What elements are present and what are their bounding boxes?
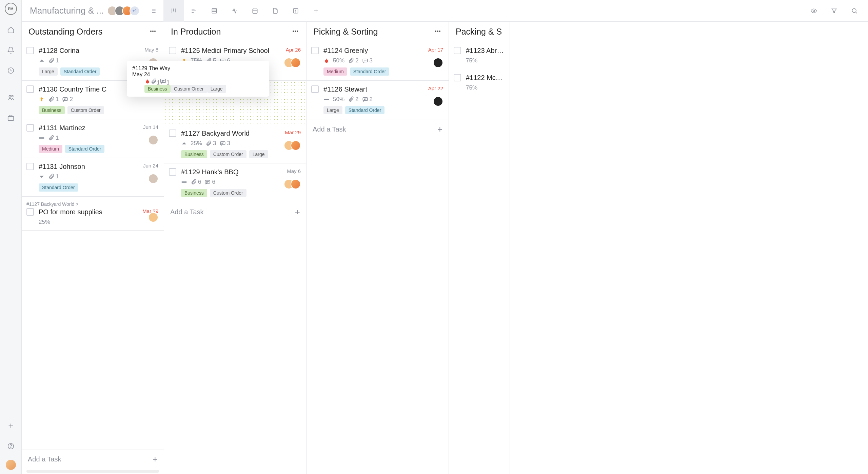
task-tag[interactable]: Large xyxy=(249,150,268,158)
dragging-task-card[interactable]: #1129 The WayMay 2411BusinessCustom Orde… xyxy=(127,61,269,97)
task-tag[interactable]: Standard Order xyxy=(39,183,78,192)
task-card[interactable]: #1126 StewartApr 2250%22LargeStandard Or… xyxy=(307,81,449,119)
assignee-avatars[interactable] xyxy=(152,212,158,222)
gantt-view-icon[interactable] xyxy=(184,0,204,22)
assignee-avatars[interactable] xyxy=(436,58,443,68)
column-menu-icon[interactable] xyxy=(434,27,442,37)
search-icon[interactable] xyxy=(844,0,865,22)
task-checkbox[interactable] xyxy=(311,47,319,54)
bell-icon[interactable] xyxy=(4,43,18,57)
task-tag[interactable]: Custom Order xyxy=(210,150,246,158)
task-title: #1125 Medici Primary School xyxy=(181,47,282,55)
column-menu-icon[interactable] xyxy=(149,27,157,37)
sheet-view-icon[interactable] xyxy=(204,0,224,22)
filter-icon[interactable] xyxy=(824,0,844,22)
svg-point-14 xyxy=(154,31,156,32)
task-due-date: Jun 24 xyxy=(143,163,158,169)
assignee-avatar[interactable] xyxy=(148,174,158,184)
calendar-icon[interactable] xyxy=(245,0,265,22)
briefcase-icon[interactable] xyxy=(4,111,18,125)
add-task-button[interactable]: Add a Task+ xyxy=(22,450,164,469)
assignee-avatar[interactable] xyxy=(148,135,158,145)
assignee-avatar[interactable] xyxy=(433,58,443,68)
assignee-avatar[interactable] xyxy=(291,140,301,151)
task-tag[interactable]: Medium xyxy=(39,145,62,153)
task-tag[interactable]: Business xyxy=(39,106,65,114)
assignee-avatars[interactable] xyxy=(152,135,158,145)
task-card[interactable]: #1131 MartinezJun 141MediumStandard Orde… xyxy=(22,119,164,158)
task-card[interactable]: #1123 Abram75% xyxy=(449,42,510,69)
task-checkbox[interactable] xyxy=(169,130,176,137)
task-checkbox[interactable] xyxy=(26,47,34,54)
task-checkbox[interactable] xyxy=(26,124,34,132)
task-tag[interactable]: Standard Order xyxy=(345,106,385,114)
task-checkbox[interactable] xyxy=(26,85,34,93)
add-task-button[interactable]: Add a Task+ xyxy=(164,202,306,222)
assignee-avatar[interactable] xyxy=(291,58,301,68)
current-user-avatar[interactable] xyxy=(6,460,16,470)
task-checkbox[interactable] xyxy=(169,47,176,54)
column-menu-icon[interactable] xyxy=(291,27,299,37)
task-tag[interactable]: Custom Order xyxy=(171,85,207,93)
task-checkbox[interactable] xyxy=(26,163,34,170)
assignee-avatar[interactable] xyxy=(291,179,301,189)
task-tag[interactable]: Custom Order xyxy=(210,189,246,197)
assignee-avatars[interactable] xyxy=(287,140,301,151)
svg-point-11 xyxy=(852,8,856,13)
column-title: Packing & S xyxy=(456,27,503,37)
people-icon[interactable] xyxy=(4,91,18,104)
task-card[interactable]: #1124 GreenlyApr 1750%23MediumStandard O… xyxy=(307,42,449,81)
attachment-count: 2 xyxy=(348,57,358,64)
clock-icon[interactable] xyxy=(4,64,18,77)
task-card[interactable]: #1127 Backyard World >PO for more suppli… xyxy=(22,197,164,231)
add-task-button[interactable]: Add a Task+ xyxy=(307,119,449,139)
assignee-avatars[interactable] xyxy=(287,58,301,68)
add-view-icon[interactable] xyxy=(306,0,326,22)
task-tag[interactable]: Standard Order xyxy=(350,67,390,76)
task-card[interactable]: #1127 Backyard WorldMar 2925%33BusinessC… xyxy=(164,125,306,163)
task-tag[interactable]: Standard Order xyxy=(60,67,100,76)
file-icon[interactable] xyxy=(265,0,285,22)
app-logo[interactable]: PM xyxy=(5,3,17,15)
assignee-avatars[interactable] xyxy=(287,179,301,189)
task-tag[interactable]: Standard Order xyxy=(65,145,105,153)
task-checkbox[interactable] xyxy=(311,85,319,93)
board-view-icon[interactable] xyxy=(163,0,184,22)
task-checkbox[interactable] xyxy=(454,74,461,81)
attachment-count: 1 xyxy=(48,135,59,141)
assignee-avatar[interactable] xyxy=(433,96,443,106)
task-title: #1124 Greenly xyxy=(323,47,425,55)
add-icon[interactable] xyxy=(4,419,18,433)
task-tag[interactable]: Business xyxy=(181,150,207,158)
home-icon[interactable] xyxy=(4,23,18,37)
task-tag[interactable]: Large xyxy=(207,85,226,93)
task-tag[interactable]: Custom Order xyxy=(67,106,104,114)
task-card[interactable]: #1122 McDo75% xyxy=(449,69,510,96)
eye-icon[interactable] xyxy=(804,0,824,22)
assignee-avatars[interactable] xyxy=(152,174,158,184)
svg-point-2 xyxy=(12,95,13,97)
help-icon[interactable] xyxy=(4,439,18,453)
task-checkbox[interactable] xyxy=(169,168,176,176)
task-checkbox[interactable] xyxy=(454,47,461,54)
task-card[interactable]: #1129 Hank's BBQMay 666BusinessCustom Or… xyxy=(164,163,306,202)
list-view-icon[interactable] xyxy=(143,0,163,22)
assignee-avatars[interactable] xyxy=(436,96,443,106)
project-members[interactable]: +1 xyxy=(110,6,140,16)
svg-point-13 xyxy=(152,31,154,32)
task-tag[interactable]: Medium xyxy=(323,67,347,76)
progress-percent: 25% xyxy=(191,140,202,147)
task-title: #1129 Hank's BBQ xyxy=(181,168,283,176)
task-tag[interactable]: Large xyxy=(39,67,58,76)
task-tag[interactable]: Business xyxy=(144,85,171,93)
task-tag[interactable]: Business xyxy=(181,189,207,197)
task-checkbox[interactable] xyxy=(26,208,34,216)
plus-icon: + xyxy=(153,454,158,465)
parent-task-link[interactable]: #1127 Backyard World > xyxy=(26,201,158,207)
assignee-avatar[interactable] xyxy=(148,212,158,222)
member-overflow[interactable]: +1 xyxy=(130,6,140,16)
risk-icon[interactable] xyxy=(285,0,306,22)
activity-icon[interactable] xyxy=(224,0,245,22)
task-card[interactable]: #1131 JohnsonJun 241Standard Order xyxy=(22,158,164,197)
task-tag[interactable]: Large xyxy=(323,106,342,114)
